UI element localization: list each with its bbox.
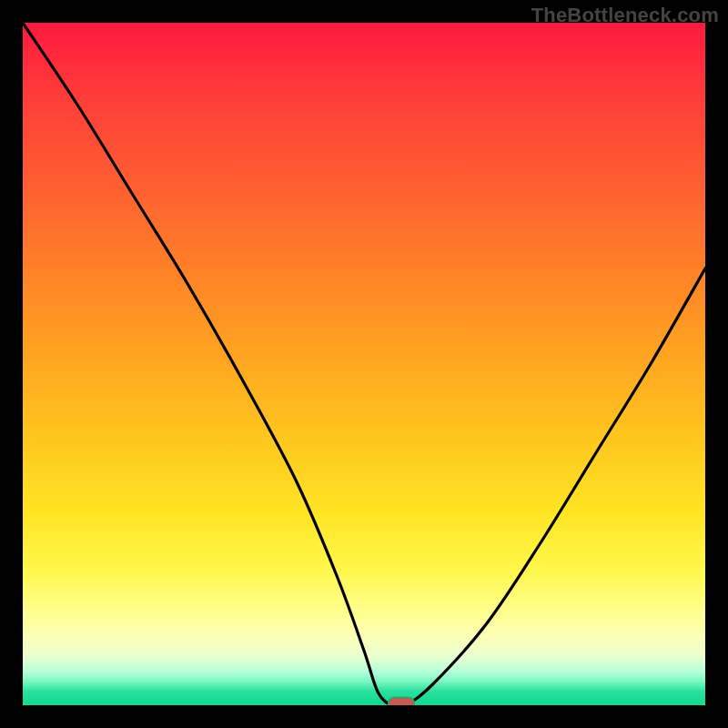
bottleneck-curve-svg (23, 23, 705, 705)
optimal-marker (388, 697, 415, 706)
chart-frame: TheBottleneck.com (0, 0, 728, 728)
bottleneck-curve-path (23, 23, 705, 705)
plot-area (23, 23, 705, 705)
